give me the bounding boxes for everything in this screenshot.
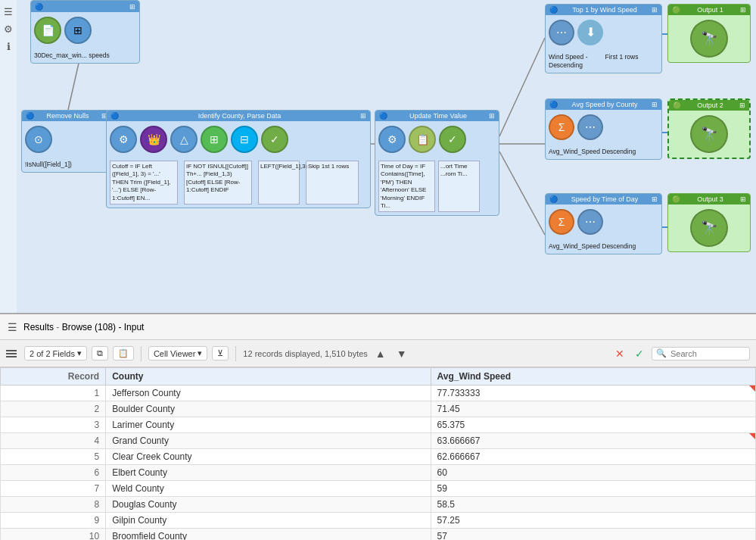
table-row[interactable]: 10Broomfield County57 — [1, 529, 756, 541]
close-results-button[interactable]: ✕ — [612, 346, 627, 361]
svg-line-5 — [499, 151, 545, 235]
node-update-time[interactable]: 🔵 Update Time Value ⊞ ⚙ 📋 ✓ Time of Day … — [375, 110, 499, 216]
filter-button[interactable]: ⊻ — [212, 346, 229, 361]
top-wind-icon1: ⋯ — [549, 20, 574, 45]
node-remove-nulls[interactable]: 🔵 Remove Nulls ⊞ ⊙ !IsNull([Field_1]) — [21, 110, 112, 173]
speed-tod-icon2: ⋯ — [577, 209, 603, 235]
cell-county: Elbert County — [106, 465, 431, 481]
col-header-avg-wind: Avg_Wind Speed — [431, 368, 755, 385]
sidebar-menu-icon[interactable]: ☰ — [4, 6, 13, 17]
speed-tod-icon1: Σ — [549, 209, 574, 235]
sidebar-settings-icon[interactable]: ⚙ — [4, 23, 13, 35]
cell-record: 3 — [1, 417, 106, 433]
export-button[interactable]: 📋 — [113, 346, 134, 361]
node-output2[interactable]: 🟢 Output 2 ⊞ 🔭 — [667, 98, 751, 159]
copy-icon: ⧉ — [97, 348, 103, 358]
cell-avg-wind: 58.5 — [431, 497, 755, 513]
cell-avg-wind: 63.666667 — [431, 433, 755, 449]
table-row[interactable]: 2Boulder County71.45 — [1, 401, 756, 417]
table-row[interactable]: 6Elbert County60 — [1, 465, 756, 481]
cell-avg-wind: 65.375 — [431, 417, 755, 433]
node-output3[interactable]: 🟢 Output 3 ⊞ 🔭 — [667, 193, 751, 252]
node-output1-expand[interactable]: ⊞ — [740, 6, 746, 14]
identify-icon3: △ — [170, 126, 198, 153]
confirm-results-button[interactable]: ✓ — [632, 346, 647, 361]
cell-avg-wind: 59 — [431, 481, 755, 497]
node-output3-expand[interactable]: ⊞ — [740, 195, 746, 203]
node-datasource[interactable]: 🔵 ⊞ 📄 ⊞ 30Dec_max_win... speeds — [30, 0, 140, 64]
results-menu-icon[interactable]: ☰ — [8, 321, 17, 333]
node-identify-county[interactable]: 🔵 Identify County, Parse Data ⊞ ⚙ 👑 △ ⊞ … — [106, 110, 371, 208]
node-update-time-expand[interactable]: ⊞ — [489, 112, 495, 120]
node-identify-text: Cutoff = IF Left ([Field_1], 3) = '...' … — [107, 158, 370, 208]
table-row[interactable]: 9Gilpin County57.25 — [1, 513, 756, 529]
svg-text:⬇: ⬇ — [586, 26, 596, 39]
cell-avg-wind: 71.45 — [431, 401, 755, 417]
table-row[interactable]: 1Jefferson County77.733333 — [1, 385, 756, 401]
table-row[interactable]: 8Douglas County58.5 — [1, 497, 756, 513]
table-row[interactable]: 5Clear Creek County62.666667 — [1, 449, 756, 465]
node-avg-speed-title: Avg Speed by County — [558, 101, 652, 108]
node-speed-tod-expand[interactable]: ⊞ — [652, 195, 658, 203]
node-top-wind-expand[interactable]: ⊞ — [652, 6, 658, 14]
chevron-down-icon: ▾ — [77, 348, 82, 358]
cell-avg-wind: 60 — [431, 465, 755, 481]
table-header: Record County Avg_Wind Speed — [1, 368, 756, 385]
scroll-down-button[interactable]: ▼ — [394, 346, 410, 361]
node-update-time-header: 🔵 Update Time Value ⊞ — [375, 111, 499, 121]
identify-icon1: ⚙ — [110, 126, 137, 153]
results-toolbar: 2 of 2 Fields ▾ ⧉ 📋 Cell Viewer ▾ ⊻ 12 r… — [0, 340, 756, 367]
node-datasource-header: 🔵 ⊞ — [31, 1, 139, 12]
update-time-icon3: ✓ — [439, 126, 466, 153]
node-identify-expand[interactable]: ⊞ — [360, 112, 366, 120]
node-datasource-expand[interactable]: ⊞ — [129, 3, 135, 11]
filter-icon: ⊻ — [217, 348, 223, 358]
col-header-record: Record — [1, 368, 106, 385]
identify-icon6: ✓ — [261, 126, 288, 153]
toolbar-sep2 — [235, 346, 236, 361]
node-speed-time-of-day[interactable]: 🔵 Speed by Time of Day ⊞ Σ ⋯ Avg_Wind_Sp… — [545, 193, 662, 254]
node-output1-header: 🟢 Output 1 ⊞ — [668, 5, 750, 15]
cell-county: Gilpin County — [106, 513, 431, 529]
node-avg-speed-expand[interactable]: ⊞ — [652, 101, 658, 108]
node-top-wind-speed[interactable]: 🔵 Top 1 by Wind Speed ⊞ ⋯ ⬇ Wind Speed -… — [545, 4, 662, 73]
node-update-time-title: Update Time Value — [387, 112, 489, 120]
node-output1-title: Output 1 — [680, 6, 740, 14]
cell-record: 2 — [1, 401, 106, 417]
node-avg-speed[interactable]: 🔵 Avg Speed by County ⊞ Σ ⋯ Avg_Wind_Spe… — [545, 98, 662, 160]
results-panel: ☰ Results - Browse (108) - Input 2 of 2 … — [0, 314, 756, 540]
node-remove-nulls-body: ⊙ — [22, 121, 111, 158]
node-output2-title: Output 2 — [681, 101, 739, 109]
copy-button[interactable]: ⧉ — [92, 346, 108, 361]
table-row[interactable]: 3Larimer County65.375 — [1, 417, 756, 433]
cell-record: 5 — [1, 449, 106, 465]
node-output1-body: 🔭 — [668, 15, 750, 62]
table-row[interactable]: 4Grand County63.666667 — [1, 433, 756, 449]
node-output2-body: 🔭 — [669, 111, 749, 158]
cell-county: Jefferson County — [106, 385, 431, 401]
node-datasource-body: 📄 ⊞ — [31, 12, 139, 48]
node-output2-expand[interactable]: ⊞ — [739, 101, 745, 109]
chevron-down-icon2: ▾ — [198, 348, 202, 358]
node-datasource-toggle[interactable]: 🔵 — [35, 2, 43, 11]
cell-avg-wind: 62.666667 — [431, 449, 755, 465]
cell-avg-wind: 77.733333 — [431, 385, 755, 401]
output3-icon: 🔭 — [690, 209, 728, 247]
records-info: 12 records displayed, 1,510 bytes — [243, 349, 368, 358]
cell-record: 1 — [1, 385, 106, 401]
sidebar-info-icon[interactable]: ℹ — [7, 41, 11, 52]
scroll-up-button[interactable]: ▲ — [372, 346, 389, 361]
canvas-sidebar: ☰ ⚙ ℹ — [0, 0, 17, 313]
node-output1[interactable]: 🟢 Output 1 ⊞ 🔭 — [667, 4, 751, 63]
fields-selector-button[interactable]: 2 of 2 Fields ▾ — [24, 346, 87, 361]
results-title: Results - Browse (108) - Input — [23, 322, 144, 332]
table-row[interactable]: 7Weld County59 — [1, 481, 756, 497]
cell-viewer-button[interactable]: Cell Viewer ▾ — [148, 346, 207, 361]
cell-record: 6 — [1, 465, 106, 481]
identify-icon5: ⊟ — [231, 126, 258, 153]
node-identify-header: 🔵 Identify County, Parse Data ⊞ — [107, 111, 370, 121]
flag-indicator — [749, 433, 755, 439]
node-speed-tod-title: Speed by Time of Day — [558, 195, 652, 203]
search-wrapper: 🔍 — [652, 347, 750, 361]
node-avg-speed-body: Σ ⋯ — [546, 110, 661, 145]
